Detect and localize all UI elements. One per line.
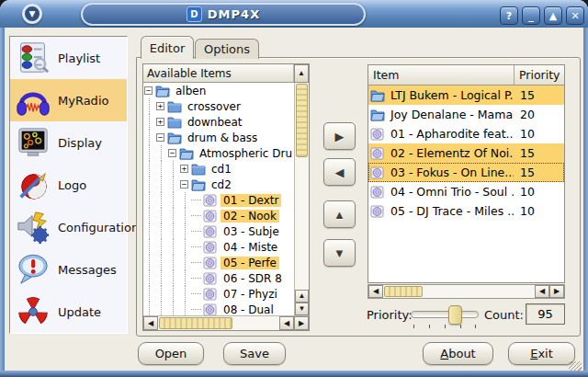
tree-collapse-icon[interactable]: − <box>168 149 176 157</box>
tree-node[interactable]: +cd1 <box>143 161 294 177</box>
tree-collapse-icon[interactable]: − <box>156 133 164 142</box>
priority-slider-handle[interactable] <box>448 305 462 325</box>
tree-collapse-icon[interactable]: − <box>144 86 153 95</box>
tree-node[interactable]: 08 - Dual <box>143 302 294 315</box>
help-button[interactable]: ? <box>500 6 518 25</box>
tree-expand-icon[interactable]: + <box>180 165 188 173</box>
priority-slider[interactable] <box>411 303 479 328</box>
resize-grip[interactable] <box>569 361 582 371</box>
column-header-item[interactable]: Item <box>368 65 514 85</box>
count-field[interactable]: 95 <box>526 303 565 325</box>
tree-node[interactable]: +downbeat <box>143 114 294 130</box>
tab-options-label: Options <box>204 42 250 56</box>
scrollbar-trough[interactable] <box>233 316 279 330</box>
tree-guide-line <box>191 309 201 310</box>
tree-expand-icon[interactable]: + <box>156 102 164 110</box>
tree-node[interactable]: 05 - Perfe <box>143 255 294 270</box>
tree-node[interactable]: −cd2 <box>143 177 294 192</box>
table-row[interactable]: 01 - Apharodite feat....10 <box>368 124 564 143</box>
tree-guide-line <box>143 208 155 223</box>
tree-guide-line <box>191 246 201 247</box>
sidebar-item-playlist[interactable]: Playlist <box>10 37 127 79</box>
move-left-button[interactable]: ◀ <box>323 158 356 186</box>
sidebar-item-label: MyRadio <box>58 94 108 108</box>
tree-viewport[interactable]: −alben+crossover+downbeat−drum & bass−At… <box>143 83 294 315</box>
table-row[interactable]: 04 - Omni Trio - Soul ...10 <box>368 182 564 201</box>
tree-expand-icon[interactable]: + <box>156 118 164 126</box>
playlist-horizontal-scrollbar[interactable]: ◀ ◀ ▶ <box>368 284 565 299</box>
table-row[interactable]: 03 - Fokus - On Line....15 <box>368 163 564 182</box>
tree-node[interactable]: 04 - Miste <box>143 239 294 255</box>
move-right-button[interactable]: ▶ <box>323 122 356 150</box>
table-row[interactable]: LTJ Bukem - Logical P...15 <box>368 86 564 105</box>
tree-node[interactable]: −drum & bass <box>143 130 294 145</box>
tree-guide-line <box>167 286 179 302</box>
tree-node[interactable]: −alben <box>143 83 294 98</box>
tree-guide-line <box>191 293 201 294</box>
table-row[interactable]: 02 - Elementz Of Noi...15 <box>368 143 564 163</box>
item-text: 05 - DJ Trace - Miles ... <box>390 204 514 218</box>
scrollbar-trough[interactable] <box>424 285 535 298</box>
column-header-priority[interactable]: Priority <box>514 65 564 85</box>
tree-scroll-left-button[interactable]: ◀ <box>143 316 158 330</box>
open-folder-icon <box>155 84 170 97</box>
scrollbar-thumb-icon[interactable] <box>159 317 232 329</box>
slider-groove[interactable] <box>411 311 479 318</box>
sidebar-item-label: Messages <box>58 263 117 277</box>
tree-node[interactable]: 03 - Subje <box>143 223 294 239</box>
playlist-table-header: ItemPriority <box>368 65 564 86</box>
tree-item-label: drum & bass <box>185 131 260 144</box>
tree-item-label: crossover <box>185 100 243 113</box>
playlist-scroll-right-button[interactable]: ▶ <box>549 285 564 298</box>
save-button[interactable]: Save <box>223 342 286 365</box>
playlist-scroll-left-button[interactable]: ◀ <box>368 285 383 298</box>
playlist-table-body[interactable]: LTJ Bukem - Logical P...15Joy Denalane -… <box>368 86 564 221</box>
table-row[interactable]: 05 - DJ Trace - Miles ...10 <box>368 201 564 221</box>
move-up-button[interactable]: ▲ <box>323 200 356 228</box>
priority-cell: 15 <box>514 166 564 179</box>
sidebar-item-messages[interactable]: Messages <box>10 248 127 291</box>
tree-guide-line <box>155 161 167 177</box>
about-button[interactable]: About <box>423 342 493 365</box>
chevron-down-icon: ▼ <box>29 10 36 18</box>
sidebar-item-update[interactable]: Update <box>10 291 127 333</box>
minimize-button[interactable]: _ <box>522 6 540 25</box>
tree-column-header[interactable]: Available Items <box>143 64 294 83</box>
tree-scroll-right-button[interactable]: ▶ <box>294 316 309 330</box>
tree-horizontal-scrollbar[interactable]: ◀ ◀ ▶ <box>143 315 309 330</box>
sidebar-item-logo[interactable]: Logo <box>10 164 127 206</box>
scrollbar-thumb-icon[interactable] <box>384 286 423 297</box>
tree-item-label: cd1 <box>209 163 234 176</box>
slider-tick <box>445 325 446 328</box>
tree-scroll-up-button-bottom[interactable]: ▲ <box>295 290 309 303</box>
open-folder-icon <box>191 177 206 191</box>
tree-node[interactable]: 06 - SDR 8 <box>143 270 294 286</box>
tree-node[interactable]: 07 - Phyzi <box>143 286 294 302</box>
tree-scroll-up-button[interactable]: ▲ <box>294 64 309 83</box>
open-button[interactable]: Open <box>138 342 204 365</box>
sidebar-item-display[interactable]: Display <box>10 121 127 164</box>
playlist-scroll-left-button-2[interactable]: ◀ <box>535 285 549 298</box>
tree-node[interactable]: −Atmospheric Dru <box>143 145 294 161</box>
table-row[interactable]: Joy Denalane - Mamani20 <box>368 105 564 124</box>
tree-guide-line <box>143 286 155 302</box>
move-down-button[interactable]: ▼ <box>323 239 356 267</box>
tab-editor[interactable]: Editor <box>141 36 194 59</box>
tree-node[interactable]: +crossover <box>143 98 294 114</box>
close-button[interactable]: ✕ <box>566 6 584 25</box>
tree-collapse-icon[interactable]: − <box>180 180 188 188</box>
tree-scroll-down-button[interactable]: ▼ <box>295 303 309 315</box>
tree-guide-line <box>191 200 201 200</box>
scrollbar-thumb-icon[interactable] <box>296 84 308 157</box>
exit-button[interactable]: Exit <box>508 342 575 365</box>
item-cell: 01 - Apharodite feat.... <box>368 127 514 141</box>
tree-vertical-scrollbar[interactable]: ▲ ▼ <box>294 83 309 315</box>
sidebar-item-configuration[interactable]: Configuration <box>10 206 127 248</box>
tree-scroll-left-button-2[interactable]: ◀ <box>279 316 294 330</box>
tab-options[interactable]: Options <box>195 39 259 59</box>
maximize-button[interactable]: ▲ <box>544 6 562 25</box>
window-menu-button[interactable]: ▼ <box>22 4 42 24</box>
tree-node[interactable]: 01 - Dextr <box>143 192 294 208</box>
sidebar-item-myradio[interactable]: MyRadio <box>10 79 127 121</box>
tree-node[interactable]: 02 - Nook <box>143 208 294 223</box>
